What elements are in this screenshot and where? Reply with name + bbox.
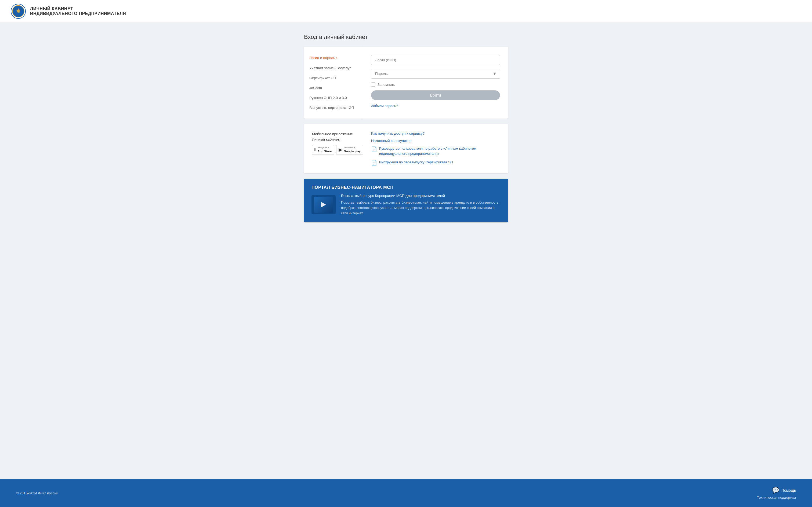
header-logo: ⚜ bbox=[11, 4, 26, 19]
googleplay-badge[interactable]: ▶ Доступно в Google play bbox=[336, 145, 363, 155]
googleplay-icon: ▶ bbox=[339, 147, 342, 153]
login-card: Логин и пароль Учетная запись Госуслуг С… bbox=[304, 47, 508, 119]
password-wrapper: ▼ bbox=[371, 69, 500, 78]
help-icon: 💬 bbox=[772, 487, 779, 494]
doc2-link[interactable]: 📄 Инструкция по перевыпуску Сертификата … bbox=[371, 160, 500, 166]
footer: © 2013–2024 ФНС России 💬 Помощь Техничес… bbox=[0, 480, 812, 507]
doc1-link[interactable]: 📄 Руководство пользователя по работе с «… bbox=[371, 146, 500, 156]
googleplay-badge-bottom: Google play bbox=[344, 150, 361, 153]
forgot-password-link[interactable]: Забыли пароль? bbox=[371, 104, 500, 108]
page-title: Вход в личный кабинет bbox=[304, 34, 508, 41]
footer-right: 💬 Помощь Техническая поддержка bbox=[757, 487, 796, 500]
sidebar-item-login-password[interactable]: Логин и пароль bbox=[309, 55, 357, 61]
login-sidebar: Логин и пароль Учетная запись Госуслуг С… bbox=[304, 47, 363, 119]
portal-video-thumbnail[interactable] bbox=[311, 195, 336, 214]
footer-help[interactable]: 💬 Помощь bbox=[772, 487, 796, 494]
mobile-app-section: Мобильное приложениеЛичный кабинет:  За… bbox=[312, 131, 363, 166]
main-content: Вход в личный кабинет Логин и пароль Уче… bbox=[0, 23, 812, 480]
mobile-app-title: Мобильное приложениеЛичный кабинет: bbox=[312, 131, 363, 143]
sidebar-item-ep[interactable]: Сертификат ЭП bbox=[309, 76, 357, 81]
login-button[interactable]: Войти bbox=[371, 91, 500, 100]
sidebar-item-rutoken[interactable]: Рутокен ЭЦП 2.0 и 3.0 bbox=[309, 96, 357, 101]
portal-content: Бесплатный ресурс Корпорации МСП для пре… bbox=[311, 194, 501, 216]
header-title: ЛИЧНЫЙ КАБИНЕТ ИНДИВИДУАЛЬНОГО ПРЕДПРИНИ… bbox=[30, 6, 126, 16]
appstore-badge[interactable]:  Загрузите в App Store bbox=[312, 145, 334, 155]
sidebar-item-gosuslugi[interactable]: Учетная запись Госуслуг bbox=[309, 66, 357, 71]
portal-card: ПОРТАЛ БИЗНЕС-НАВИГАТОРА МСП Бесплатный … bbox=[304, 179, 508, 222]
svg-text:⚜: ⚜ bbox=[15, 7, 21, 14]
header: ⚜ ЛИЧНЫЙ КАБИНЕТ ИНДИВИДУАЛЬНОГО ПРЕДПРИ… bbox=[0, 0, 812, 23]
bottom-card: Мобильное приложениеЛичный кабинет:  За… bbox=[304, 124, 508, 173]
password-input[interactable] bbox=[371, 69, 500, 78]
portal-text: Бесплатный ресурс Корпорации МСП для пре… bbox=[341, 194, 501, 216]
appstore-badge-text: Загрузите в App Store bbox=[318, 147, 332, 153]
sidebar-item-issue-ep[interactable]: Выпустить сертификат ЭП bbox=[309, 105, 357, 111]
doc2-text: Инструкция по перевыпуску Сертификата ЭП bbox=[379, 160, 453, 165]
login-form: ▼ Запомнить Войти Забыли пароль? bbox=[363, 47, 508, 119]
login-input[interactable] bbox=[371, 55, 500, 65]
remember-row: Запомнить bbox=[371, 82, 500, 87]
sidebar-item-jacarta[interactable]: JaCarta bbox=[309, 86, 357, 91]
password-toggle-icon[interactable]: ▼ bbox=[493, 71, 497, 76]
header-title-line2: ИНДИВИДУАЛЬНОГО ПРЕДПРИНИМАТЕЛЯ bbox=[30, 11, 126, 16]
remember-label: Запомнить bbox=[377, 82, 395, 87]
header-title-line1: ЛИЧНЫЙ КАБИНЕТ bbox=[30, 6, 126, 11]
appstore-badge-top: Загрузите в bbox=[318, 147, 332, 149]
remember-checkbox[interactable] bbox=[371, 82, 375, 87]
calculator-link[interactable]: Налоговый калькулятор bbox=[371, 139, 500, 143]
pdf-icon-1: 📄 bbox=[371, 146, 377, 152]
pdf-icon-2: 📄 bbox=[371, 160, 377, 166]
doc1-text: Руководство пользователя по работе с «Ли… bbox=[379, 146, 500, 156]
portal-desc-body: Помогает выбрать бизнес, рассчитать бизн… bbox=[341, 200, 501, 216]
googleplay-badge-text: Доступно в Google play bbox=[344, 147, 361, 153]
app-badges:  Загрузите в App Store ▶ Доступно в Goo… bbox=[312, 145, 363, 155]
footer-copyright: © 2013–2024 ФНС России bbox=[16, 491, 58, 495]
footer-help-label: Помощь bbox=[781, 488, 796, 493]
apple-icon:  bbox=[314, 147, 316, 153]
googleplay-badge-top: Доступно в bbox=[344, 147, 361, 149]
appstore-badge-bottom: App Store bbox=[318, 150, 332, 153]
portal-image-inner bbox=[314, 196, 333, 213]
play-icon bbox=[321, 202, 326, 207]
footer-support-link[interactable]: Техническая поддержка bbox=[757, 496, 796, 500]
portal-title: ПОРТАЛ БИЗНЕС-НАВИГАТОРА МСП bbox=[311, 185, 501, 190]
access-link[interactable]: Как получить доступ к сервису? bbox=[371, 131, 500, 135]
info-section: Как получить доступ к сервису? Налоговый… bbox=[371, 131, 500, 166]
portal-desc-title: Бесплатный ресурс Корпорации МСП для пре… bbox=[341, 194, 501, 198]
